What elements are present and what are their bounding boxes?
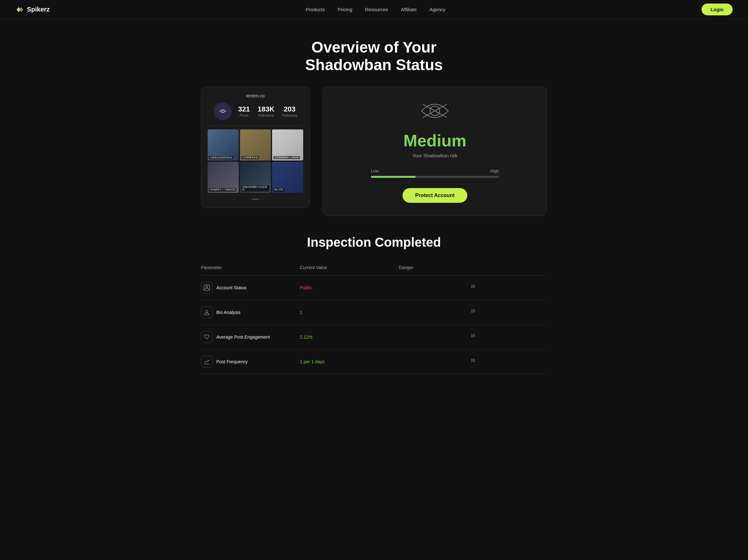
insta-stat-following: 203 Following	[282, 105, 297, 117]
row-1-danger-numbers: 1 5	[471, 284, 475, 289]
row-3-value: 2.12%	[300, 335, 399, 340]
row-4-value-text: 1 per 1 days	[300, 359, 325, 364]
risk-bar-track	[371, 176, 499, 178]
instagram-card: tenten.co 321 Posts 183K Followers	[201, 87, 310, 208]
shadowban-card: Medium Your Shadowban risk Low High Prot…	[323, 87, 547, 216]
col-header-value: Current Value	[300, 265, 399, 270]
nav-affiliate[interactable]: Affiliate	[401, 7, 417, 12]
table-header: Parameter Current Value Danger	[201, 262, 547, 275]
thumb-2: 日本野餐美览地	[240, 129, 271, 161]
insta-username: tenten.co	[208, 93, 303, 98]
table-row: Average Post Engagement 2.12% 1 5	[201, 325, 547, 349]
logo[interactable]: Spikerz	[15, 5, 50, 14]
row-3-label: Average Post Engagement	[216, 335, 270, 340]
row-3-param: Average Post Engagement	[201, 331, 300, 343]
bio-analysis-icon	[201, 307, 212, 318]
nav-products[interactable]: Products	[306, 7, 325, 12]
engagement-icon	[201, 331, 212, 343]
row-4-value: 1 per 1 days	[300, 359, 399, 364]
row-1-value: Public	[300, 285, 399, 290]
row-4-param: Post Frequency	[201, 356, 300, 367]
risk-label-low: Low	[371, 169, 378, 173]
row-4-danger-numbers: 1 5	[471, 358, 475, 363]
row-2-value: 1	[300, 310, 399, 315]
post-frequency-icon	[201, 356, 212, 367]
shadowban-subtitle: Your Shadowban risk	[412, 153, 457, 158]
table-row: Bio Analysis 1 1 5	[201, 300, 547, 325]
row-1-label: Account Status	[216, 285, 247, 290]
shadowban-level: Medium	[403, 131, 466, 150]
nav-resources[interactable]: Resources	[365, 7, 388, 12]
row-2-label: Bio Analysis	[216, 310, 240, 315]
nav-agency[interactable]: Agency	[429, 7, 445, 12]
row-3-danger: 1 5	[399, 334, 547, 341]
col-header-parameter: Parameter	[201, 265, 300, 270]
row-1-param: Account Status	[201, 282, 300, 293]
svg-point-6	[206, 286, 208, 288]
insta-grid: 大家是近这段投资机会 日本野餐美览地 日本脑画案例——单业务 Tesla发布了一…	[208, 129, 303, 193]
inspection-title: Inspection Completed	[201, 235, 547, 249]
navigation: Spikerz Products Pricing Resources Affil…	[0, 0, 748, 19]
insta-stats: 321 Posts 183K Followers 203 Following	[238, 105, 297, 117]
row-2-param: Bio Analysis	[201, 307, 300, 318]
risk-bar: Low High	[371, 169, 499, 178]
thumb-1: 大家是近这段投资机会	[208, 129, 239, 161]
hero-title: Overview of Your Shadowban Status	[6, 39, 742, 74]
col-header-danger: Danger	[399, 265, 547, 270]
login-button[interactable]: Login	[702, 3, 733, 16]
row-4-danger: 1 5	[399, 358, 547, 366]
row-1-value-text: Public	[300, 285, 312, 290]
risk-bar-labels: Low High	[371, 169, 499, 173]
inspection-table: Parameter Current Value Danger Account S…	[201, 262, 547, 374]
thumb-4: Tesla发布了一个新的片段	[208, 162, 239, 193]
row-2-danger-numbers: 1 5	[471, 309, 475, 313]
row-3-danger-numbers: 1 5	[471, 334, 475, 338]
row-2-danger: 1 5	[399, 309, 547, 316]
shadowban-eye-icon	[419, 100, 451, 123]
nav-links: Products Pricing Resources Affiliate Age…	[306, 7, 445, 13]
table-row: Account Status Public 1 5	[201, 275, 547, 300]
insta-more-dot	[252, 199, 259, 200]
row-4-label: Post Frequency	[216, 359, 248, 364]
insta-stat-posts: 321 Posts	[238, 105, 250, 117]
risk-bar-fill	[371, 176, 416, 178]
row-1-danger: 1 5	[399, 284, 547, 292]
table-row: Post Frequency 1 per 1 days 1 5	[201, 349, 547, 374]
thumb-5: 你能分析用哪片片以应用的	[240, 162, 271, 193]
insta-header: tenten.co	[208, 93, 303, 98]
risk-label-high: High	[490, 169, 499, 173]
logo-icon	[15, 5, 24, 14]
thumb-3: 日本脑画案例——单业务	[272, 129, 303, 161]
account-status-icon	[201, 282, 212, 293]
inspection-section: Inspection Completed Parameter Current V…	[188, 235, 560, 393]
svg-point-7	[206, 311, 208, 313]
insta-more	[208, 195, 303, 201]
insta-stat-followers: 183K Followers	[258, 105, 275, 117]
avatar	[214, 102, 232, 120]
row-2-value-text: 1	[300, 310, 303, 315]
thumb-6: 静止天际	[272, 162, 303, 193]
hero-section: Overview of Your Shadowban Status	[0, 19, 748, 87]
main-content: tenten.co 321 Posts 183K Followers	[188, 87, 560, 235]
row-3-value-text: 2.12%	[300, 335, 313, 340]
protect-account-button[interactable]: Protect Account	[402, 188, 468, 203]
insta-divider	[208, 125, 303, 126]
nav-pricing[interactable]: Pricing	[338, 7, 353, 12]
insta-profile: 321 Posts 183K Followers 203 Following	[208, 102, 303, 120]
